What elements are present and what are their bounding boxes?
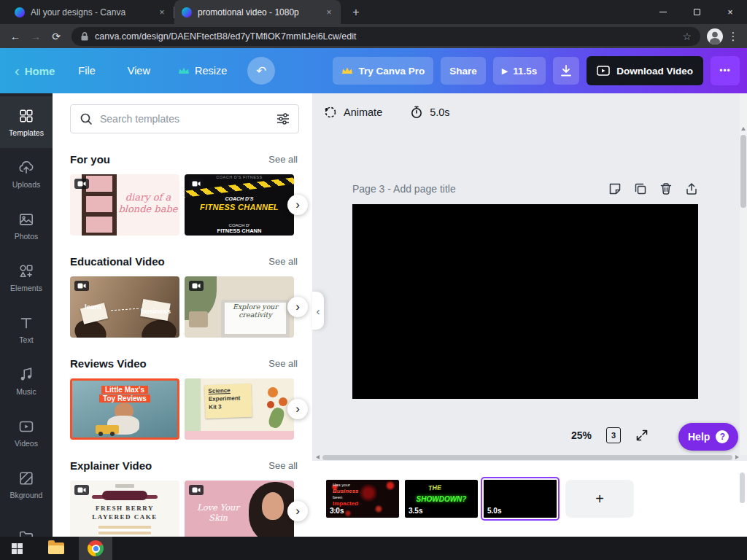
sidebar-item-elements[interactable]: Elements (0, 252, 53, 303)
url-text[interactable]: canva.com/design/DAENFtectB8/ed7yTMfiOK7… (95, 31, 676, 42)
scroll-next-button[interactable]: › (287, 501, 308, 521)
vertical-scrollbar[interactable] (740, 93, 747, 455)
chrome-taskbar-button[interactable] (79, 537, 112, 560)
vertical-scrollbar-thumb[interactable] (740, 135, 746, 208)
page-title[interactable]: Page 3 - Add page title (352, 183, 456, 195)
thumb-text: Little Max's (72, 386, 177, 394)
fullscreen-button[interactable] (635, 429, 649, 442)
scroll-next-button[interactable]: › (287, 399, 308, 419)
scroll-right-arrow-icon[interactable] (735, 455, 739, 459)
section-header-reviews: Reviews Video See all (70, 357, 298, 370)
see-all-link[interactable]: See all (268, 460, 298, 471)
file-explorer-button[interactable] (39, 537, 73, 560)
filter-icon[interactable] (276, 113, 290, 125)
timeline-page-3-thumb: 5.0s (484, 480, 557, 518)
add-notes-button[interactable] (608, 182, 622, 195)
header-right-group: Try Canva Pro Share ▶ 11.5s Download Vid… (333, 56, 740, 85)
screen: All your designs - Canva × promotional v… (0, 0, 747, 560)
template-thumb-berry-cake[interactable]: FRESH BERRY LAYERED CAKE (70, 481, 179, 537)
scroll-next-button[interactable]: › (287, 195, 308, 215)
sidebar-item-text[interactable]: Text (0, 303, 53, 355)
help-button[interactable]: Help ? (678, 423, 738, 451)
scroll-up-arrow-icon[interactable] (741, 127, 746, 131)
panel-collapse-button[interactable]: ‹ (312, 292, 324, 330)
flower-decor (267, 401, 274, 408)
windows-taskbar (0, 537, 747, 560)
horizontal-scrollbar[interactable] (315, 454, 740, 461)
share-button[interactable]: Share (441, 57, 486, 85)
sidebar-item-more[interactable] (0, 510, 53, 537)
download-video-button[interactable]: Download Video (587, 56, 703, 85)
try-canva-pro-button[interactable]: Try Canva Pro (333, 57, 433, 85)
forward-button[interactable]: → (26, 27, 45, 46)
scroll-left-arrow-icon[interactable] (316, 455, 320, 459)
timeline-scrollbar-thumb[interactable] (740, 472, 745, 503)
refresh-button[interactable]: ⟳ (47, 27, 66, 46)
minimize-button[interactable] (646, 0, 680, 24)
sidebar-item-background[interactable]: Bkground (0, 459, 53, 510)
sidebar-item-music[interactable]: Music (0, 355, 53, 407)
sidebar-item-templates[interactable]: Templates (0, 96, 53, 148)
template-thumb-blonde-babe[interactable]: diary of a blonde babe (70, 174, 179, 236)
search-box[interactable] (70, 104, 299, 133)
add-timeline-page-button[interactable]: + (565, 480, 634, 518)
template-thumb-toy-reviews[interactable]: Little Max's Toy Reviews (70, 378, 179, 440)
sidebar-item-photos[interactable]: Photos (0, 200, 53, 252)
animate-button[interactable]: Animate (324, 106, 382, 119)
view-menu[interactable]: View (112, 65, 166, 77)
see-all-link[interactable]: See all (268, 256, 298, 267)
undo-button[interactable]: ↶ (247, 57, 275, 85)
bookmark-star-icon[interactable]: ☆ (682, 31, 692, 42)
scroll-next-button[interactable]: › (287, 297, 308, 317)
page-count-button[interactable]: 3 (606, 427, 621, 443)
folder-icon (48, 542, 64, 554)
play-preview-button[interactable]: ▶ 11.5s (493, 57, 546, 85)
new-tab-button[interactable]: + (347, 3, 365, 22)
add-page-button[interactable] (685, 182, 698, 195)
back-button[interactable]: ← (6, 27, 25, 46)
sidebar-item-uploads[interactable]: Uploads (0, 148, 53, 200)
see-all-link[interactable]: See all (268, 358, 298, 369)
template-thumb-science-kit[interactable]: Science Experiment Kit 3 (185, 378, 294, 440)
try-pro-label: Try Canva Pro (358, 66, 425, 77)
template-row-reviews: Little Max's Toy Reviews Science Experim… (53, 378, 312, 440)
tab-all-designs[interactable]: All your designs - Canva × (7, 0, 174, 24)
video-canvas[interactable] (352, 204, 698, 399)
crown-icon (178, 66, 190, 75)
sidebar-item-videos[interactable]: Videos (0, 407, 53, 459)
start-button[interactable] (0, 537, 34, 560)
horizontal-scrollbar-thumb[interactable] (322, 455, 732, 460)
canvas-toolbar: Animate 5.0s (312, 93, 740, 131)
page-duration-button[interactable]: 5.0s (410, 106, 449, 119)
band-decor (185, 431, 294, 440)
browser-menu-icon[interactable]: ⋮ (725, 30, 741, 43)
more-options-button[interactable]: ••• (711, 56, 740, 85)
template-thumb-learn-business[interactable]: learn business (70, 276, 179, 338)
timeline-page-2[interactable]: THE SHOWDOWN? 3.5s (405, 480, 478, 518)
tab-close-icon[interactable]: × (323, 7, 335, 18)
tab-promotional-video[interactable]: promotional video - 1080p × (174, 0, 341, 24)
duplicate-page-button[interactable] (634, 182, 647, 195)
close-window-button[interactable]: × (713, 0, 747, 24)
resize-button[interactable]: Resize (166, 65, 239, 77)
template-thumb-love-your-skin[interactable]: Love Your Skin (185, 481, 294, 537)
address-bar[interactable]: canva.com/design/DAENFtectB8/ed7yTMfiOK7… (71, 27, 700, 46)
tab-title: All your designs - Canva (31, 7, 150, 18)
delete-page-button[interactable] (659, 182, 673, 195)
template-thumb-coach-fitness[interactable]: COACH D'S FITNESS COACH D'S FITNESS CHAN… (185, 174, 294, 236)
home-button[interactable]: ‹ Home (7, 63, 62, 78)
template-thumb-explore-creativity[interactable]: Explore your creativity (185, 276, 294, 338)
template-row-for-you: diary of a blonde babe COACH D'S FITNESS… (53, 174, 312, 236)
timeline-page-1[interactable]: Has your Business been Impacted by 3.0s (326, 480, 399, 518)
profile-avatar[interactable] (706, 28, 724, 45)
download-icon-button[interactable] (553, 57, 579, 85)
templates-icon (18, 108, 34, 124)
timeline-page-3-selected[interactable]: 5.0s (481, 477, 560, 521)
tab-close-icon[interactable]: × (156, 7, 168, 18)
restore-button[interactable] (680, 0, 713, 24)
see-all-link[interactable]: See all (268, 154, 298, 165)
search-input[interactable] (100, 113, 269, 125)
zoom-level[interactable]: 25% (571, 429, 592, 441)
file-menu[interactable]: File (62, 65, 111, 77)
music-note-icon (18, 367, 34, 383)
